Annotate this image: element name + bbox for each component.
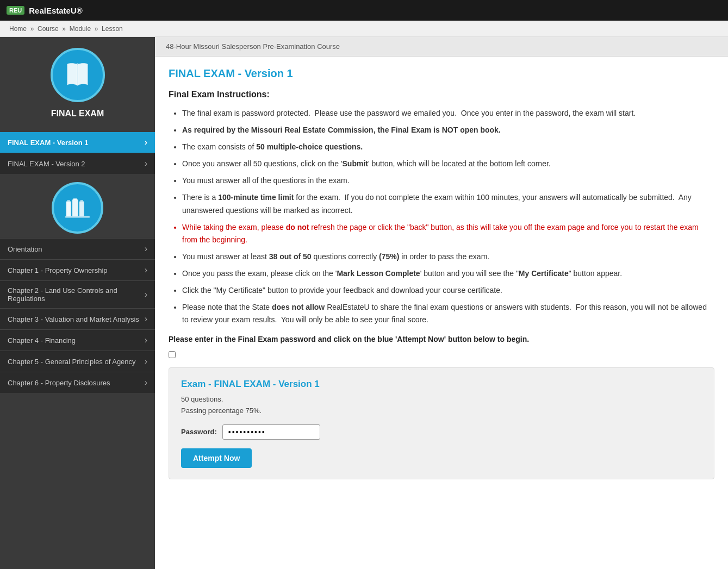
exam-card-info: 50 questions. Passing percentage 75%. xyxy=(181,394,702,417)
chevron-right-icon: › xyxy=(145,137,147,147)
instruction-6: There is a 100-minute time limit for the… xyxy=(182,191,714,216)
sidebar-item-final-exam-v2[interactable]: FINAL EXAM - Version 2 › xyxy=(0,153,155,174)
sidebar-item-ch1[interactable]: Chapter 1 - Property Ownership › xyxy=(0,259,155,280)
sidebar-item-ch5[interactable]: Chapter 5 - General Principles of Agency… xyxy=(0,351,155,372)
instruction-11: Please note that the State does not allo… xyxy=(182,301,714,326)
password-checkbox[interactable] xyxy=(169,351,176,358)
sidebar-item-v2-label: FINAL EXAM - Version 2 xyxy=(8,160,85,168)
exam-card-title: Exam - FINAL EXAM - Version 1 xyxy=(181,379,702,390)
breadcrumb: Home » Course » Module » Lesson xyxy=(0,21,728,37)
instruction-8: You must answer at least 38 out of 50 qu… xyxy=(182,251,714,263)
instructions-heading: Final Exam Instructions: xyxy=(169,90,714,99)
top-bar: REU RealEstateU® xyxy=(0,0,728,21)
instruction-1: The final exam is password protected. Pl… xyxy=(182,107,714,120)
password-checkbox-area xyxy=(169,351,714,360)
sidebar-title: FINAL EXAM xyxy=(51,109,104,118)
svg-rect-0 xyxy=(77,63,78,85)
chevron-right-icon: › xyxy=(145,265,147,275)
course-header-text: 48-Hour Missouri Salesperson Pre-Examina… xyxy=(166,42,340,51)
books-icon xyxy=(52,182,103,234)
sidebar-item-ch1-label: Chapter 1 - Property Ownership xyxy=(8,266,108,274)
content-body: FINAL EXAM - Version 1 Final Exam Instru… xyxy=(155,57,728,569)
exam-title: FINAL EXAM - Version 1 xyxy=(169,67,714,80)
app-title: RealEstateU® xyxy=(29,6,83,15)
svg-rect-7 xyxy=(65,216,90,218)
chevron-right-icon: › xyxy=(145,378,147,387)
book-icon xyxy=(51,48,105,102)
instruction-9: Once you pass the exam, please click on … xyxy=(182,267,714,280)
sidebar-item-ch3-label: Chapter 3 - Valuation and Market Analysi… xyxy=(8,315,139,323)
chevron-right-icon: › xyxy=(145,357,147,366)
sidebar-item-final-exam-v1[interactable]: FINAL EXAM - Version 1 › xyxy=(0,132,155,153)
main-layout: FINAL EXAM FINAL EXAM - Version 1 › FINA… xyxy=(0,37,728,569)
exam-questions-count: 50 questions. xyxy=(181,395,223,403)
sidebar-item-v1-label: FINAL EXAM - Version 1 xyxy=(8,139,89,147)
svg-rect-2 xyxy=(67,201,70,202)
content-area: 48-Hour Missouri Salesperson Pre-Examina… xyxy=(155,37,728,569)
chevron-right-icon: › xyxy=(145,290,147,299)
password-row: Password: xyxy=(181,424,702,440)
sidebar-item-ch2-label: Chapter 2 - Land Use Controls and Regula… xyxy=(8,286,145,303)
instruction-7-warning: While taking the exam, please do not ref… xyxy=(182,221,714,246)
svg-rect-4 xyxy=(73,198,77,199)
sidebar: FINAL EXAM FINAL EXAM - Version 1 › FINA… xyxy=(0,37,155,569)
chevron-right-icon: › xyxy=(145,244,147,254)
chevron-right-icon: › xyxy=(145,335,147,345)
attempt-now-button[interactable]: Attempt Now xyxy=(181,448,252,468)
logo-badge: REU xyxy=(7,6,24,15)
sidebar-item-ch4[interactable]: Chapter 4 - Financing › xyxy=(0,329,155,351)
sidebar-item-ch5-label: Chapter 5 - General Principles of Agency xyxy=(8,358,136,366)
exam-card: Exam - FINAL EXAM - Version 1 50 questio… xyxy=(169,367,714,479)
instruction-4: Once you answer all 50 questions, click … xyxy=(182,158,714,170)
svg-rect-3 xyxy=(72,199,78,216)
exam-passing-percentage: Passing percentage 75%. xyxy=(181,407,262,415)
instruction-5: You must answer all of the questions in … xyxy=(182,174,714,187)
instructions-list: The final exam is password protected. Pl… xyxy=(169,107,714,326)
instruction-10: Click the "My Certificate" button to pro… xyxy=(182,284,714,297)
enter-password-note: Please enter in the Final Exam password … xyxy=(169,335,714,343)
sidebar-item-orientation[interactable]: Orientation › xyxy=(0,238,155,259)
books-svg xyxy=(63,193,92,223)
sidebar-item-ch6[interactable]: Chapter 6 - Property Disclosures › xyxy=(0,372,155,393)
instruction-3: The exam consists of 50 multiple-choice … xyxy=(182,141,714,153)
sidebar-item-ch4-label: Chapter 4 - Financing xyxy=(8,336,76,345)
svg-rect-1 xyxy=(66,201,71,216)
sidebar-hero: FINAL EXAM xyxy=(0,37,155,132)
course-header: 48-Hour Missouri Salesperson Pre-Examina… xyxy=(155,37,728,57)
sidebar-item-orientation-label: Orientation xyxy=(8,245,42,253)
sidebar-item-ch6-label: Chapter 6 - Property Disclosures xyxy=(8,379,110,387)
chevron-right-icon: › xyxy=(145,159,147,168)
svg-rect-6 xyxy=(80,201,83,202)
instruction-2: As required by the Missouri Real Estate … xyxy=(182,124,714,136)
sidebar-item-ch2[interactable]: Chapter 2 - Land Use Controls and Regula… xyxy=(0,280,155,308)
breadcrumb-text: Home » Course » Module » Lesson xyxy=(9,25,123,33)
sidebar-item-ch3[interactable]: Chapter 3 - Valuation and Market Analysi… xyxy=(0,308,155,329)
svg-rect-5 xyxy=(79,201,84,216)
password-input[interactable] xyxy=(222,424,320,440)
chevron-right-icon: › xyxy=(145,314,147,324)
password-label: Password: xyxy=(181,428,217,436)
book-svg xyxy=(63,60,92,90)
